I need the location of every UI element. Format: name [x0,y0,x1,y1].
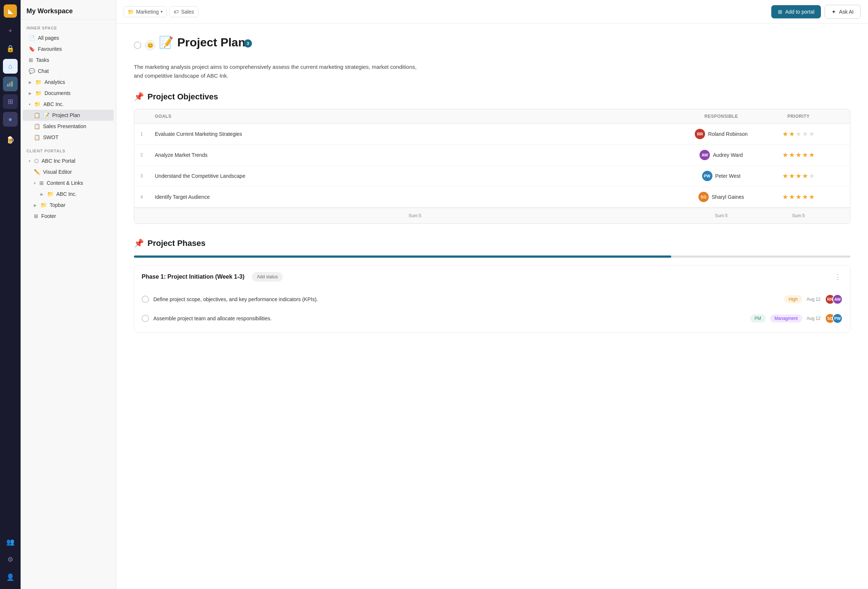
star-filled: ★ [789,151,795,159]
emoji-button[interactable]: 😊 [145,40,155,50]
star-empty: ★ [796,130,802,138]
sidebar-item-label: ABC Inc Portal [41,158,75,164]
row-priority: ★ ★ ★ ★ ★ [762,188,835,206]
th-goals: GOALS [149,110,681,123]
checkbox-circle[interactable] [142,296,149,303]
avatar-icon[interactable]: 👤 [3,570,18,585]
sidebar-item-favourites[interactable]: 🔖 Favourites [23,43,114,55]
avatar: AW [700,150,710,160]
sidebar-item-abc-inc[interactable]: ▾ 📁 ABC Inc. [23,99,114,110]
ai-icon: ✦ [832,9,836,15]
star-filled: ★ [802,193,808,201]
tasks-icon: ⊞ [29,57,33,63]
objectives-heading: 📌 Project Objectives [134,92,850,102]
sidebar-item-chat[interactable]: 💬 Chat [23,65,114,77]
page-description: The marketing analysis project aims to c… [134,62,421,80]
folder-icon: 📁 [40,202,47,208]
grid-icon: ⊞ [34,213,38,219]
phase-item: Assemble project team and allocate respo… [134,309,850,328]
sidebar-item-abc-inc-portal[interactable]: ▾ ⬡ ABC Inc Portal [23,155,114,166]
grid-icon[interactable]: ⊞ [3,94,18,109]
breadcrumb-label: Marketing [136,9,158,15]
doc-icon: 📋 [34,112,40,118]
tag-management: Managment [770,314,802,323]
title-checkbox[interactable] [134,41,141,49]
sidebar-item-label: Topbar [50,202,65,208]
star-empty: ★ [802,130,808,138]
add-to-portal-button[interactable]: ⊞ Add to portal [771,5,821,18]
objectives-table: GOALS RESPONSIBLE PRIORITY 1 Evaluate Cu… [134,109,850,224]
portal-icon: ⊞ [778,9,782,15]
doc-icon: 📋 [34,135,40,140]
table-row: 2 Analyze Market Trends AW Audrey Ward ★… [134,145,850,166]
folder-icon: 📁 [47,191,53,197]
sidebar-item-topbar[interactable]: ▶ 📁 Topbar [23,200,114,210]
row-priority: ★ ★ ★ ★ ★ [762,146,835,164]
sidebar-item-swot[interactable]: 📋 SWOT [23,132,114,143]
sidebar-item-label: Favourites [38,46,62,52]
sidebar-item-abc-inc-nested[interactable]: ▶ 📁 ABC Inc. [23,188,114,200]
row-responsible: AW Audrey Ward [681,145,762,165]
folder-icon: 📁 [128,9,134,15]
sidebar-item-project-plan[interactable]: 📋 📝 Project Plan [23,110,114,121]
phase-menu-button[interactable]: ⋮ [833,271,843,282]
tag-high: High [784,295,802,303]
phase-title: Phase 1: Project Initiation (Week 1-3) [142,274,245,280]
phase-status-button[interactable]: Add status [252,272,283,282]
date-badge: Aug 12 [807,316,821,321]
page-title: 📝 Project Plan 3 [159,36,249,49]
bookmark-icon: 🔖 [29,46,35,52]
lock-icon[interactable]: 🔒 [3,41,18,56]
row-priority: ★ ★ ★ ★ ★ [762,167,835,185]
tag-icon: 🏷 [174,9,179,15]
add-icon[interactable]: + [3,24,18,38]
icon-rail: ◣ + 🔒 ⌂ ⊞ ● 🍺 👥 ⚙ 👤 [0,0,21,589]
sidebar-item-label: Sales Presentation [43,123,86,129]
folder-icon: 📁 [34,101,40,107]
row-goal: Evaluate Current Marketing Strategies [149,126,681,142]
sidebar-item-documents[interactable]: ▶ 📁 Documents [23,87,114,99]
settings-icon[interactable]: ⚙ [3,552,18,567]
breadcrumb-marketing[interactable]: 📁 Marketing ▾ [124,6,167,17]
star-filled: ★ [796,172,802,180]
grid-icon: ⊞ [39,180,44,186]
row-responsible: SG Sharyl Gaines [681,186,762,207]
sidebar-item-label: ABC Inc. [56,191,77,197]
sidebar-item-content-links[interactable]: ▾ ⊞ Content & Links [23,178,114,188]
chart-icon[interactable] [3,77,18,91]
circle-icon[interactable]: ● [3,112,18,127]
checkbox-circle[interactable] [142,315,149,322]
sum-cell: Sum:5 [762,211,835,221]
sidebar-item-footer[interactable]: ⊞ Footer [23,210,114,222]
sidebar-item-analytics[interactable]: ▶ 📁 Analytics [23,77,114,87]
star-filled: ★ [789,193,795,201]
phase-item-text: Define project scope, objectives, and ke… [154,296,780,302]
row-action [835,171,850,181]
chevron-down-icon: ▾ [29,159,31,163]
page-title-controls: 😊 📝 Project Plan 3 [134,36,850,55]
users-icon[interactable]: 👥 [3,534,18,549]
sidebar-item-tasks[interactable]: ⊞ Tasks [23,55,114,65]
avatar: SG [698,192,709,202]
doc-icon: 📋 [34,123,40,129]
sidebar-item-visual-editor[interactable]: ✏️ Visual Editor [23,166,114,178]
svg-rect-2 [12,81,13,87]
app-logo[interactable]: ◣ [4,4,17,18]
beer-icon[interactable]: 🍺 [3,133,18,147]
star-filled: ★ [782,193,788,201]
row-action [835,129,850,139]
folder-icon: 📁 [35,90,41,96]
home-icon[interactable]: ⌂ [3,59,18,74]
sidebar-item-all-pages[interactable]: 📄 All pages [23,33,114,43]
ask-ai-button[interactable]: ✦ Ask AI [825,5,861,19]
chevron-right-icon: ▶ [29,91,32,95]
star-filled: ★ [809,151,815,159]
sidebar-item-label: Analytics [44,79,65,85]
pin-icon: 📌 [134,92,144,102]
sidebar-item-sales-presentation[interactable]: 📋 Sales Presentation [23,121,114,132]
notification-badge: 3 [244,39,252,47]
sum-cell: Sum:5 [149,211,681,221]
breadcrumb-tag-sales[interactable]: 🏷 Sales [170,6,198,17]
chat-icon: 💬 [29,68,35,74]
chevron-right-icon: ▶ [29,80,32,84]
